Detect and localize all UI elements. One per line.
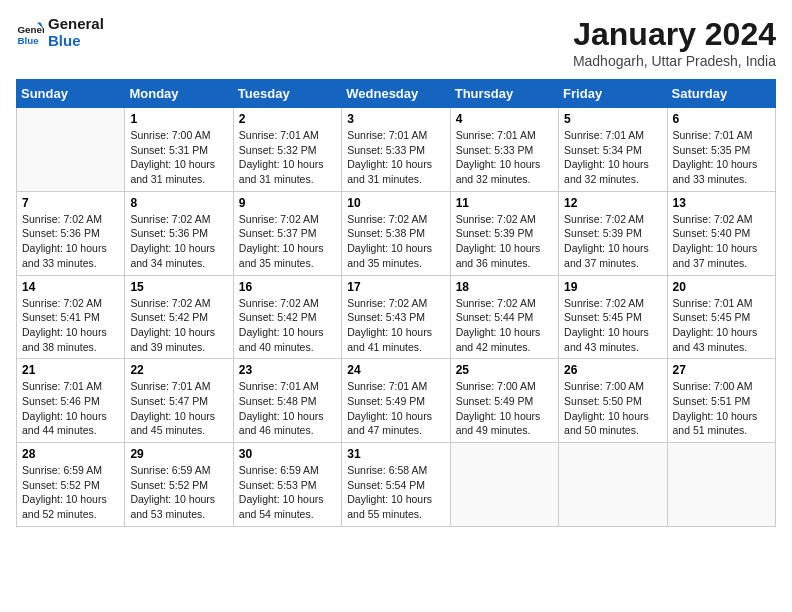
day-number: 10 bbox=[347, 196, 444, 210]
calendar-cell: 5Sunrise: 7:01 AM Sunset: 5:34 PM Daylig… bbox=[559, 108, 667, 192]
day-number: 5 bbox=[564, 112, 661, 126]
day-info: Sunrise: 7:00 AM Sunset: 5:51 PM Dayligh… bbox=[673, 379, 770, 438]
day-number: 9 bbox=[239, 196, 336, 210]
calendar-cell: 8Sunrise: 7:02 AM Sunset: 5:36 PM Daylig… bbox=[125, 191, 233, 275]
calendar-cell: 13Sunrise: 7:02 AM Sunset: 5:40 PM Dayli… bbox=[667, 191, 775, 275]
calendar-cell bbox=[17, 108, 125, 192]
calendar-cell: 18Sunrise: 7:02 AM Sunset: 5:44 PM Dayli… bbox=[450, 275, 558, 359]
day-number: 16 bbox=[239, 280, 336, 294]
day-number: 23 bbox=[239, 363, 336, 377]
calendar-week-2: 14Sunrise: 7:02 AM Sunset: 5:41 PM Dayli… bbox=[17, 275, 776, 359]
location-subtitle: Madhogarh, Uttar Pradesh, India bbox=[573, 53, 776, 69]
day-header-wednesday: Wednesday bbox=[342, 80, 450, 108]
day-info: Sunrise: 7:01 AM Sunset: 5:33 PM Dayligh… bbox=[347, 128, 444, 187]
day-info: Sunrise: 7:02 AM Sunset: 5:36 PM Dayligh… bbox=[22, 212, 119, 271]
day-info: Sunrise: 7:02 AM Sunset: 5:38 PM Dayligh… bbox=[347, 212, 444, 271]
day-info: Sunrise: 7:01 AM Sunset: 5:48 PM Dayligh… bbox=[239, 379, 336, 438]
calendar-cell: 29Sunrise: 6:59 AM Sunset: 5:52 PM Dayli… bbox=[125, 443, 233, 527]
day-header-monday: Monday bbox=[125, 80, 233, 108]
day-info: Sunrise: 6:59 AM Sunset: 5:53 PM Dayligh… bbox=[239, 463, 336, 522]
calendar-cell: 31Sunrise: 6:58 AM Sunset: 5:54 PM Dayli… bbox=[342, 443, 450, 527]
day-number: 20 bbox=[673, 280, 770, 294]
day-info: Sunrise: 7:01 AM Sunset: 5:34 PM Dayligh… bbox=[564, 128, 661, 187]
day-info: Sunrise: 7:02 AM Sunset: 5:39 PM Dayligh… bbox=[564, 212, 661, 271]
day-info: Sunrise: 7:00 AM Sunset: 5:49 PM Dayligh… bbox=[456, 379, 553, 438]
day-number: 15 bbox=[130, 280, 227, 294]
day-number: 6 bbox=[673, 112, 770, 126]
calendar-cell: 25Sunrise: 7:00 AM Sunset: 5:49 PM Dayli… bbox=[450, 359, 558, 443]
day-info: Sunrise: 7:01 AM Sunset: 5:46 PM Dayligh… bbox=[22, 379, 119, 438]
calendar-cell: 26Sunrise: 7:00 AM Sunset: 5:50 PM Dayli… bbox=[559, 359, 667, 443]
calendar-cell: 11Sunrise: 7:02 AM Sunset: 5:39 PM Dayli… bbox=[450, 191, 558, 275]
day-header-thursday: Thursday bbox=[450, 80, 558, 108]
calendar-cell: 7Sunrise: 7:02 AM Sunset: 5:36 PM Daylig… bbox=[17, 191, 125, 275]
day-number: 21 bbox=[22, 363, 119, 377]
calendar-cell: 4Sunrise: 7:01 AM Sunset: 5:33 PM Daylig… bbox=[450, 108, 558, 192]
page-header: General Blue General Blue January 2024 M… bbox=[16, 16, 776, 69]
calendar-cell: 12Sunrise: 7:02 AM Sunset: 5:39 PM Dayli… bbox=[559, 191, 667, 275]
calendar-cell: 9Sunrise: 7:02 AM Sunset: 5:37 PM Daylig… bbox=[233, 191, 341, 275]
calendar-cell: 10Sunrise: 7:02 AM Sunset: 5:38 PM Dayli… bbox=[342, 191, 450, 275]
day-number: 29 bbox=[130, 447, 227, 461]
day-number: 31 bbox=[347, 447, 444, 461]
day-info: Sunrise: 6:59 AM Sunset: 5:52 PM Dayligh… bbox=[130, 463, 227, 522]
day-number: 1 bbox=[130, 112, 227, 126]
logo-icon: General Blue bbox=[16, 19, 44, 47]
calendar-body: 1Sunrise: 7:00 AM Sunset: 5:31 PM Daylig… bbox=[17, 108, 776, 527]
day-number: 27 bbox=[673, 363, 770, 377]
calendar-cell bbox=[559, 443, 667, 527]
day-number: 19 bbox=[564, 280, 661, 294]
day-number: 17 bbox=[347, 280, 444, 294]
calendar-week-0: 1Sunrise: 7:00 AM Sunset: 5:31 PM Daylig… bbox=[17, 108, 776, 192]
day-number: 8 bbox=[130, 196, 227, 210]
month-title: January 2024 bbox=[573, 16, 776, 53]
calendar-cell: 24Sunrise: 7:01 AM Sunset: 5:49 PM Dayli… bbox=[342, 359, 450, 443]
day-header-friday: Friday bbox=[559, 80, 667, 108]
calendar-cell: 21Sunrise: 7:01 AM Sunset: 5:46 PM Dayli… bbox=[17, 359, 125, 443]
day-info: Sunrise: 7:02 AM Sunset: 5:42 PM Dayligh… bbox=[130, 296, 227, 355]
svg-text:Blue: Blue bbox=[17, 34, 39, 45]
calendar-cell: 27Sunrise: 7:00 AM Sunset: 5:51 PM Dayli… bbox=[667, 359, 775, 443]
calendar-week-4: 28Sunrise: 6:59 AM Sunset: 5:52 PM Dayli… bbox=[17, 443, 776, 527]
calendar-cell: 14Sunrise: 7:02 AM Sunset: 5:41 PM Dayli… bbox=[17, 275, 125, 359]
day-info: Sunrise: 7:02 AM Sunset: 5:45 PM Dayligh… bbox=[564, 296, 661, 355]
title-area: January 2024 Madhogarh, Uttar Pradesh, I… bbox=[573, 16, 776, 69]
day-number: 24 bbox=[347, 363, 444, 377]
day-info: Sunrise: 7:02 AM Sunset: 5:44 PM Dayligh… bbox=[456, 296, 553, 355]
calendar-cell bbox=[450, 443, 558, 527]
calendar-cell: 1Sunrise: 7:00 AM Sunset: 5:31 PM Daylig… bbox=[125, 108, 233, 192]
day-info: Sunrise: 7:01 AM Sunset: 5:45 PM Dayligh… bbox=[673, 296, 770, 355]
day-number: 22 bbox=[130, 363, 227, 377]
day-number: 13 bbox=[673, 196, 770, 210]
day-header-saturday: Saturday bbox=[667, 80, 775, 108]
day-number: 14 bbox=[22, 280, 119, 294]
day-info: Sunrise: 7:01 AM Sunset: 5:47 PM Dayligh… bbox=[130, 379, 227, 438]
day-number: 2 bbox=[239, 112, 336, 126]
day-info: Sunrise: 7:02 AM Sunset: 5:41 PM Dayligh… bbox=[22, 296, 119, 355]
day-header-sunday: Sunday bbox=[17, 80, 125, 108]
day-info: Sunrise: 7:02 AM Sunset: 5:40 PM Dayligh… bbox=[673, 212, 770, 271]
day-number: 12 bbox=[564, 196, 661, 210]
calendar-header-row: SundayMondayTuesdayWednesdayThursdayFrid… bbox=[17, 80, 776, 108]
day-info: Sunrise: 7:01 AM Sunset: 5:32 PM Dayligh… bbox=[239, 128, 336, 187]
calendar-cell: 30Sunrise: 6:59 AM Sunset: 5:53 PM Dayli… bbox=[233, 443, 341, 527]
calendar-cell: 17Sunrise: 7:02 AM Sunset: 5:43 PM Dayli… bbox=[342, 275, 450, 359]
day-number: 28 bbox=[22, 447, 119, 461]
day-info: Sunrise: 7:01 AM Sunset: 5:33 PM Dayligh… bbox=[456, 128, 553, 187]
day-header-tuesday: Tuesday bbox=[233, 80, 341, 108]
calendar-week-1: 7Sunrise: 7:02 AM Sunset: 5:36 PM Daylig… bbox=[17, 191, 776, 275]
calendar-cell: 23Sunrise: 7:01 AM Sunset: 5:48 PM Dayli… bbox=[233, 359, 341, 443]
day-number: 26 bbox=[564, 363, 661, 377]
day-info: Sunrise: 7:02 AM Sunset: 5:42 PM Dayligh… bbox=[239, 296, 336, 355]
calendar-cell: 6Sunrise: 7:01 AM Sunset: 5:35 PM Daylig… bbox=[667, 108, 775, 192]
calendar-cell: 20Sunrise: 7:01 AM Sunset: 5:45 PM Dayli… bbox=[667, 275, 775, 359]
calendar-cell: 15Sunrise: 7:02 AM Sunset: 5:42 PM Dayli… bbox=[125, 275, 233, 359]
logo: General Blue General Blue bbox=[16, 16, 104, 49]
day-info: Sunrise: 7:02 AM Sunset: 5:43 PM Dayligh… bbox=[347, 296, 444, 355]
day-info: Sunrise: 7:01 AM Sunset: 5:35 PM Dayligh… bbox=[673, 128, 770, 187]
day-number: 18 bbox=[456, 280, 553, 294]
day-info: Sunrise: 7:00 AM Sunset: 5:50 PM Dayligh… bbox=[564, 379, 661, 438]
day-info: Sunrise: 7:02 AM Sunset: 5:36 PM Dayligh… bbox=[130, 212, 227, 271]
calendar-cell: 16Sunrise: 7:02 AM Sunset: 5:42 PM Dayli… bbox=[233, 275, 341, 359]
day-info: Sunrise: 7:02 AM Sunset: 5:39 PM Dayligh… bbox=[456, 212, 553, 271]
